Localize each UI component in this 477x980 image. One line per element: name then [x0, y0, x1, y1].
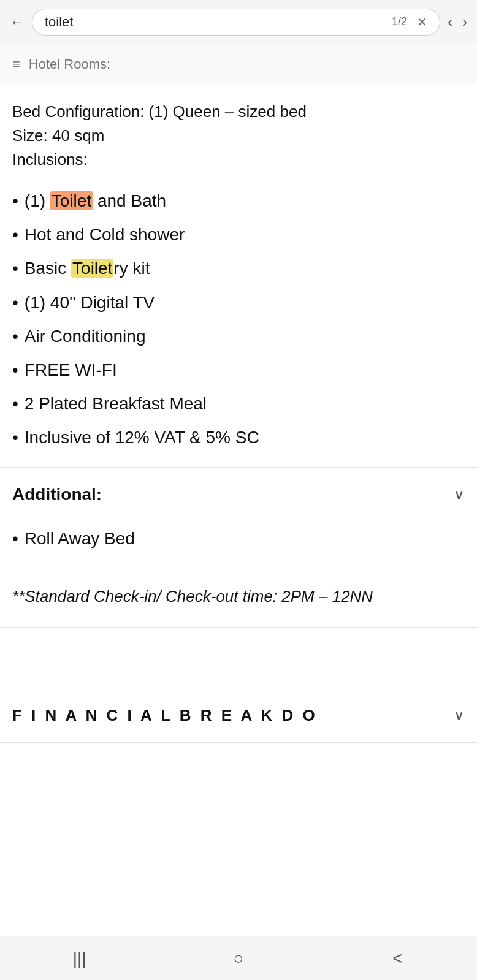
financial-section[interactable]: F I N A N C I A L B R E A K D O ∨: [0, 689, 477, 743]
address-bar[interactable]: toilet 1/2 ✕: [32, 9, 440, 36]
room-size: Size: 40 sqm: [12, 124, 465, 148]
financial-title: F I N A N C I A L B R E A K D O: [12, 706, 318, 725]
additional-section: Additional: ∨ Roll Away Bed **Standard C…: [0, 468, 477, 628]
next-result-button[interactable]: ›: [462, 13, 467, 31]
menu-icon: ≡: [12, 56, 20, 72]
list-item: FREE WI-FI: [12, 353, 465, 387]
bottom-nav-back[interactable]: <: [379, 946, 416, 971]
additional-title: Additional:: [12, 485, 102, 504]
browser-bar: ← toilet 1/2 ✕ ‹ ›: [0, 0, 477, 44]
list-item: (1) 40'' Digital TV: [12, 286, 465, 319]
address-meta: 1/2 ✕: [392, 15, 427, 29]
match-count: 1/2: [392, 15, 407, 28]
additional-chevron-icon[interactable]: ∨: [454, 486, 465, 503]
inclusion-text: (1) 40'' Digital TV: [25, 291, 155, 314]
close-icon[interactable]: ✕: [417, 15, 427, 29]
list-item: 2 Plated Breakfast Meal: [12, 387, 465, 420]
bottom-nav-bar: ||| ○ <: [0, 936, 477, 980]
list-item: Air Conditioning: [12, 319, 465, 353]
list-item: Inclusive of 12% VAT & 5% SC: [12, 420, 465, 454]
browser-back-button[interactable]: ←: [10, 13, 25, 31]
list-item: (1) Toilet and Bath: [12, 184, 465, 218]
financial-chevron-icon[interactable]: ∨: [454, 707, 465, 724]
room-content: Bed Configuration: (1) Queen – sized bed…: [0, 85, 477, 468]
bottom-nav-menu[interactable]: |||: [61, 946, 98, 971]
list-item: Basic Toiletry kit: [12, 251, 465, 285]
prev-result-button[interactable]: ‹: [448, 13, 452, 31]
highlight-toilet-2: Toilet: [71, 259, 113, 278]
inclusion-text: 2 Plated Breakfast Meal: [25, 392, 207, 416]
nav-arrows: ‹ ›: [448, 13, 467, 31]
room-details: Bed Configuration: (1) Queen – sized bed…: [12, 100, 465, 172]
highlight-toilet-1: Toilet: [50, 191, 93, 210]
additional-item-text: Roll Away Bed: [25, 526, 135, 550]
inclusion-text: Inclusive of 12% VAT & 5% SC: [25, 425, 259, 449]
page-header: ≡ Hotel Rooms:: [0, 44, 477, 85]
bed-config: Bed Configuration: (1) Queen – sized bed: [12, 100, 465, 124]
checkin-note: **Standard Check-in/ Check-out time: 2PM…: [0, 585, 477, 627]
inclusions-label: Inclusions:: [12, 148, 465, 172]
bottom-nav-home[interactable]: ○: [220, 946, 257, 971]
additional-section-header[interactable]: Additional: ∨: [0, 468, 477, 522]
inclusion-text: FREE WI-FI: [25, 358, 117, 382]
inclusion-text: (1) Toilet and Bath: [25, 189, 166, 213]
additional-list: Roll Away Bed: [0, 522, 477, 572]
search-query: toilet: [45, 14, 73, 30]
list-item: Roll Away Bed: [12, 522, 465, 555]
inclusion-text: Basic Toiletry kit: [25, 256, 150, 280]
list-item: Hot and Cold shower: [12, 218, 465, 251]
spacer: [0, 628, 477, 689]
inclusion-text: Hot and Cold shower: [25, 222, 185, 246]
page-header-title: Hotel Rooms:: [29, 56, 110, 72]
inclusions-list: (1) Toilet and Bath Hot and Cold shower …: [12, 184, 465, 455]
inclusion-text: Air Conditioning: [25, 324, 146, 348]
